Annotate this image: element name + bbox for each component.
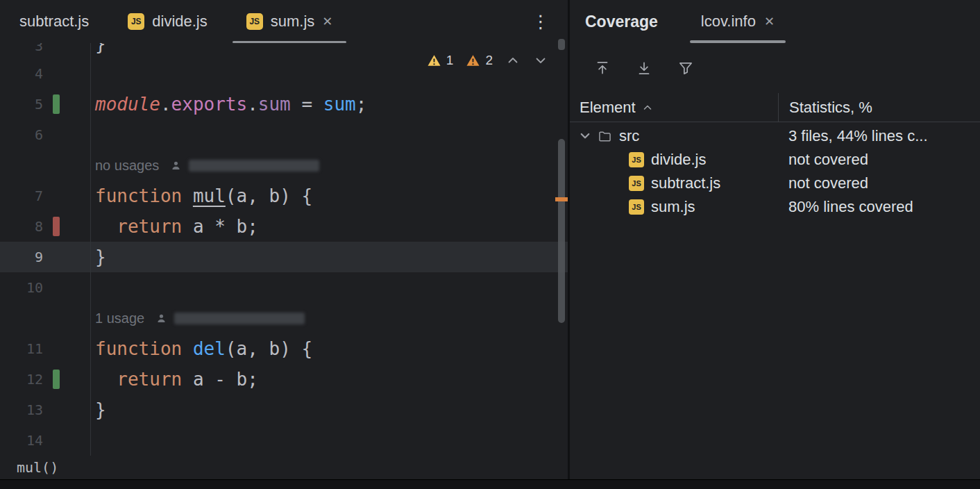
statistics-value: not covered: [778, 174, 980, 192]
code-line[interactable]: 5module.exports.sum = sum;: [0, 89, 568, 119]
coverage-row[interactable]: JSsubtract.jsnot covered: [570, 172, 980, 195]
code-token: }: [95, 399, 106, 420]
scrollbar-thumb[interactable]: [558, 139, 565, 323]
more-options-icon[interactable]: ⋮: [532, 13, 550, 31]
code-token: sum: [258, 94, 291, 115]
gutter[interactable]: 12: [0, 364, 91, 395]
close-tab-icon[interactable]: ✕: [322, 15, 332, 28]
code-line[interactable]: 9}: [0, 242, 568, 272]
warning-triangle-icon: [466, 53, 480, 68]
gutter[interactable]: 9: [0, 242, 91, 272]
code-text: function del(a, b) {: [91, 338, 312, 359]
element-cell: JSdivide.js: [570, 151, 778, 169]
usage-hint-label[interactable]: no usages: [95, 158, 159, 174]
warning-count: 2: [485, 53, 493, 68]
column-header-element[interactable]: Element: [570, 93, 778, 122]
table-header: Element Statistics, %: [570, 93, 980, 122]
coverage-marker-covered[interactable]: [53, 370, 60, 389]
element-name: divide.js: [651, 151, 706, 169]
gutter[interactable]: 8: [0, 211, 91, 242]
code-token: function: [95, 338, 182, 359]
code-token: a * b;: [182, 216, 258, 237]
code-line[interactable]: 11function del(a, b) {: [0, 333, 568, 364]
coverage-row[interactable]: JSsum.js80% lines covered: [570, 195, 980, 219]
editor-tab-bar: subtract.js JS divide.js JS sum.js ✕ ⋮: [0, 0, 568, 43]
gutter[interactable]: 6: [0, 119, 91, 150]
gutter-marker-area: [43, 58, 90, 89]
scrollbar-mark: [558, 39, 565, 50]
code-text: return a - b;: [91, 369, 258, 390]
gutter-marker-area: [43, 150, 90, 181]
tab-divide-js[interactable]: JS divide.js: [108, 0, 226, 43]
editor-pane: subtract.js JS divide.js JS sum.js ✕ ⋮ 3…: [0, 0, 568, 489]
gutter[interactable]: 5: [0, 89, 91, 119]
editor-area[interactable]: 3}45module.exports.sum = sum;6no usages7…: [0, 43, 568, 456]
code-text: no usages: [91, 158, 319, 174]
gutter[interactable]: 11: [0, 333, 91, 364]
gutter[interactable]: [0, 303, 91, 333]
tab-sum-js[interactable]: JS sum.js ✕: [227, 0, 353, 43]
gutter[interactable]: 10: [0, 272, 91, 303]
coverage-row[interactable]: JSdivide.jsnot covered: [570, 148, 980, 172]
line-number: 13: [0, 401, 43, 418]
gutter[interactable]: 13: [0, 395, 91, 425]
code-line[interactable]: 14: [0, 425, 568, 456]
warning-badge[interactable]: 1: [427, 53, 454, 68]
gutter[interactable]: 14: [0, 425, 91, 456]
tab-subtract-js[interactable]: subtract.js: [0, 0, 108, 43]
gutter[interactable]: [0, 150, 91, 181]
code-text: }: [91, 399, 106, 420]
close-tab-icon[interactable]: ✕: [764, 15, 775, 28]
line-number: 6: [0, 126, 43, 143]
expand-collapse-icon[interactable]: [577, 128, 593, 144]
warning-triangle-icon: [427, 53, 441, 68]
line-number: 12: [0, 371, 43, 388]
gutter[interactable]: 7: [0, 181, 91, 211]
code-line[interactable]: 12 return a - b;: [0, 364, 568, 395]
coverage-marker-covered[interactable]: [53, 94, 60, 114]
arrow-down-to-line-icon[interactable]: [632, 56, 656, 80]
code-line[interactable]: 13}: [0, 395, 568, 425]
tab-lcov-info[interactable]: lcov.info ✕: [690, 0, 786, 43]
breadcrumb-item[interactable]: mul(): [17, 459, 58, 476]
gutter-marker-area: [43, 272, 90, 303]
code-text: 1 usage: [91, 310, 305, 326]
error-stripe-warning-mark[interactable]: [555, 197, 568, 201]
coverage-tool-window: Coverage lcov.info ✕ Element Statistics,…: [568, 0, 980, 489]
editor-lines: 3}45module.exports.sum = sum;6no usages7…: [0, 43, 568, 456]
code-token: [95, 216, 117, 237]
author-icon: [155, 313, 167, 324]
line-number: 5: [0, 96, 43, 113]
coverage-row[interactable]: src3 files, 44% lines c...: [570, 124, 980, 148]
chevron-down-icon[interactable]: [533, 53, 548, 68]
code-line[interactable]: 6: [0, 119, 568, 150]
code-text: return a * b;: [91, 216, 258, 237]
code-token: del: [193, 338, 226, 359]
gutter-marker-area: [43, 364, 90, 395]
code-line[interactable]: 8 return a * b;: [0, 211, 568, 242]
gutter[interactable]: 4: [0, 58, 91, 89]
code-token: (a, b) {: [226, 185, 312, 206]
column-header-statistics[interactable]: Statistics, %: [778, 93, 980, 122]
usage-hint-label[interactable]: 1 usage: [95, 310, 144, 326]
gutter[interactable]: 3: [0, 43, 91, 58]
inlay-hint-row[interactable]: no usages: [0, 150, 568, 181]
filter-icon[interactable]: [674, 56, 698, 80]
code-line[interactable]: 10: [0, 272, 568, 303]
arrow-up-to-line-icon[interactable]: [591, 56, 614, 80]
coverage-header: Coverage lcov.info ✕: [570, 0, 980, 43]
code-token: return: [117, 369, 182, 390]
gutter-marker-area: [43, 242, 90, 272]
coverage-marker-uncovered[interactable]: [53, 217, 60, 236]
code-token: .: [160, 94, 171, 115]
js-file-icon: JS: [128, 13, 144, 30]
js-file-icon: JS: [629, 176, 644, 191]
chevron-up-icon[interactable]: [505, 53, 521, 68]
code-line[interactable]: 7function mul(a, b) {: [0, 181, 568, 211]
inlay-hint-row[interactable]: 1 usage: [0, 303, 568, 333]
gutter-marker-area: [43, 181, 90, 211]
js-file-icon: JS: [629, 199, 644, 215]
scrollbar[interactable]: [555, 39, 568, 456]
weak-warning-badge[interactable]: 2: [466, 53, 493, 68]
element-name: subtract.js: [651, 174, 720, 192]
